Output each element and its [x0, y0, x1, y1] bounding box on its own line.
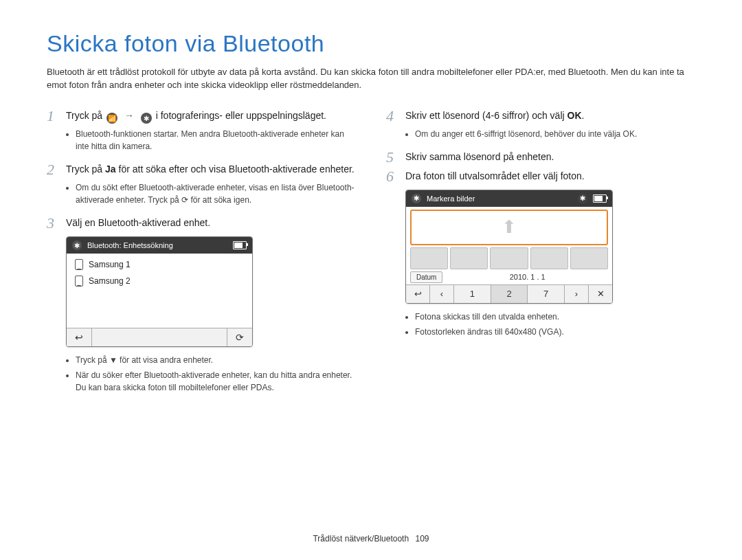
right-column: 4 Skriv ett lösenord (4-6 siffror) och v…: [386, 109, 695, 404]
step-4-number: 4: [386, 109, 398, 124]
thumbnail-2[interactable]: [450, 247, 488, 269]
current-date: 2010. 1 . 1: [510, 273, 546, 281]
wireless-icon: 📶: [106, 113, 117, 124]
prev-page-button[interactable]: ‹: [430, 285, 454, 303]
step-3-bullet-1: Tryck på ▼ för att visa andra enheter.: [76, 354, 356, 366]
left-column: 1 Tryck på 📶 → ✱ i fotograferings- eller…: [47, 109, 356, 404]
step-5-text: Skriv samma lösenord på enheten.: [405, 150, 554, 164]
bluetooth-icon: ✱: [141, 113, 152, 124]
step-2-bold: Ja: [105, 164, 116, 175]
step-2-number: 2: [47, 162, 59, 177]
device-search-header: ✱ Bluetooth: Enhetssökning: [67, 237, 252, 254]
footer-page-number: 109: [415, 534, 429, 544]
step-3: 3 Välj en Bluetooth-aktiverad enhet.: [47, 216, 356, 231]
next-page-button[interactable]: ›: [565, 285, 589, 303]
step-3-text: Välj en Bluetooth-aktiverad enhet.: [66, 216, 210, 230]
step-1: 1 Tryck på 📶 → ✱ i fotograferings- eller…: [47, 109, 356, 124]
page-title: Skicka foton via Bluetooth: [47, 30, 695, 57]
page-footer: Trådlöst nätverk/Bluetooth 109: [0, 534, 742, 544]
device-search-title: Bluetooth: Enhetssökning: [87, 241, 173, 249]
drop-target[interactable]: ⬆: [410, 210, 608, 245]
page-1[interactable]: 1: [454, 285, 491, 303]
step-2-pretext: Tryck på: [66, 164, 105, 175]
step-6-text: Dra foton till utvalsområdet eller välj …: [405, 169, 585, 183]
footer-spacer: [92, 328, 227, 346]
date-row: Datum 2010. 1 . 1: [406, 271, 612, 284]
back-button[interactable]: ↩: [67, 328, 92, 346]
step-6-number: 6: [386, 169, 398, 184]
step-6: 6 Dra foton till utvalsområdet eller väl…: [386, 169, 695, 184]
step-4: 4 Skriv ett lösenord (4-6 siffror) och v…: [386, 109, 695, 124]
step-3-number: 3: [47, 216, 59, 231]
page-2[interactable]: 2: [491, 285, 528, 303]
step-1-posttext: i fotograferings- eller uppspelningsläge…: [156, 110, 326, 121]
photo-select-title: Markera bilder: [427, 194, 475, 203]
step-4-text: Skriv ett lösenord (4-6 siffror) och väl…: [405, 109, 584, 123]
step-1-bullets: Bluetooth-funktionen startar. Men andra …: [66, 128, 356, 153]
step-1-pretext: Tryck på: [66, 110, 102, 121]
step-4-bold: OK: [567, 110, 582, 121]
photo-selection-area: ⬆: [406, 207, 612, 269]
footer-section: Trådlöst nätverk/Bluetooth: [313, 534, 409, 544]
battery-icon: [233, 241, 247, 249]
step-2: 2 Tryck på Ja för att söka efter och vis…: [47, 162, 356, 177]
step-1-text: Tryck på 📶 → ✱ i fotograferings- eller u…: [66, 109, 326, 124]
step-4-bullets: Om du anger ett 6-siffrigt lösenord, beh…: [405, 128, 695, 140]
intro-paragraph: Bluetooth är ett trådlöst protokoll för …: [47, 66, 695, 92]
step-4-bullet-1-text: Om du anger ett 6-siffrigt lösenord, beh…: [415, 129, 637, 139]
bluetooth-status-icon: ✱: [72, 240, 82, 250]
post-ui-bullets: Fotona skickas till den utvalda enheten.…: [405, 311, 695, 338]
back-button[interactable]: ↩: [406, 285, 430, 303]
refresh-button[interactable]: ⟳: [227, 328, 252, 346]
device-item-2-label: Samsung 2: [89, 276, 131, 286]
thumbnail-5[interactable]: [570, 247, 608, 269]
arrow-icon: →: [124, 109, 134, 123]
thumbnail-1[interactable]: [410, 247, 448, 269]
post-bullet-2: Fotostorleken ändras till 640x480 (VGA).: [415, 326, 695, 338]
device-search-footer: ↩ ⟳: [67, 328, 252, 346]
device-item-1[interactable]: Samsung 1: [67, 256, 252, 273]
step-3-bullets: Tryck på ▼ för att visa andra enheter. N…: [66, 354, 356, 394]
pagination-bar: ↩ ‹ 1 2 7 › ✕: [406, 284, 612, 303]
step-4-posttext: .: [582, 110, 585, 121]
thumbnail-3[interactable]: [490, 247, 528, 269]
step-2-bullets: Om du sökt efter Bluetooth-aktiverade en…: [66, 181, 356, 206]
bluetooth-small-icon: ✱: [578, 194, 587, 203]
step-4-pretext: Skriv ett lösenord (4-6 siffror) och väl…: [405, 110, 567, 121]
photo-select-header: ✱ Markera bilder ✱: [406, 190, 612, 207]
step-3-bullet-2: När du söker efter Bluetooth-aktiverade …: [76, 369, 356, 394]
device-item-1-label: Samsung 1: [89, 260, 131, 269]
phone-icon: [75, 276, 83, 287]
step-2-posttext: för att söka efter och visa Bluetooth-ak…: [116, 164, 355, 175]
phone-icon: [75, 259, 83, 270]
page-7[interactable]: 7: [528, 285, 565, 303]
device-item-2[interactable]: Samsung 2: [67, 273, 252, 289]
step-4-bullet-1: Om du anger ett 6-siffrigt lösenord, beh…: [415, 128, 695, 140]
step-1-bullet-1: Bluetooth-funktionen startar. Men andra …: [76, 128, 356, 153]
battery-icon: [593, 194, 607, 203]
bluetooth-status-icon: ✱: [412, 194, 421, 203]
step-5-number: 5: [386, 150, 398, 165]
step-2-bullet-1: Om du sökt efter Bluetooth-aktiverade en…: [76, 181, 356, 206]
step-5: 5 Skriv samma lösenord på enheten.: [386, 150, 695, 165]
step-2-text: Tryck på Ja för att söka efter och visa …: [66, 162, 355, 177]
device-list: Samsung 1 Samsung 2: [67, 254, 252, 328]
step-1-number: 1: [47, 109, 59, 124]
device-search-ui: ✱ Bluetooth: Enhetssökning Samsung 1 Sam…: [66, 236, 253, 347]
post-bullet-1: Fotona skickas till den utvalda enheten.: [415, 311, 695, 323]
photo-select-ui: ✱ Markera bilder ✱ ⬆: [405, 190, 613, 304]
thumbnail-4[interactable]: [530, 247, 568, 269]
thumbnail-row: [410, 247, 608, 269]
date-filter-chip[interactable]: Datum: [410, 271, 442, 283]
close-button[interactable]: ✕: [589, 285, 612, 303]
